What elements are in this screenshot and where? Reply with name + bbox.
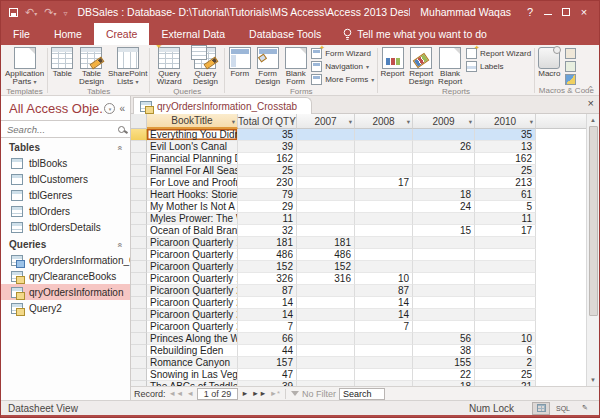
query-design-button[interactable]: Query Design <box>187 46 223 87</box>
filter-status[interactable]: No Filter <box>302 389 336 399</box>
row-selector[interactable] <box>131 285 147 297</box>
cell[interactable]: Everything You Didn't K <box>147 129 238 141</box>
cell[interactable] <box>297 357 355 369</box>
undo-button[interactable]: ↶▾ <box>25 6 37 18</box>
cell[interactable]: 152 <box>238 261 297 273</box>
cell[interactable] <box>355 141 413 153</box>
cell[interactable]: Picaroon Quarterly 1.1 <box>147 237 238 249</box>
row-selector[interactable] <box>131 189 147 201</box>
cell[interactable] <box>297 333 355 345</box>
column-dropdown-icon[interactable]: ▾ <box>232 118 235 126</box>
nav-search-input[interactable] <box>7 124 118 135</box>
report-design-button[interactable]: Report Design <box>406 46 436 87</box>
cell[interactable]: Picaroon Quarterly 2.4 <box>147 321 238 333</box>
cell[interactable] <box>475 261 536 273</box>
last-record-icon[interactable]: ►► <box>252 389 267 398</box>
minimize-button[interactable] <box>539 6 557 18</box>
nav-item-tblordersdetails[interactable]: tblOrdersDetails <box>1 219 130 235</box>
cell[interactable]: 87 <box>238 285 297 297</box>
cell[interactable] <box>297 177 355 189</box>
cell[interactable] <box>475 297 536 309</box>
vertical-scrollbar[interactable]: ▲ ▼ <box>586 114 599 386</box>
report-button[interactable]: Report <box>379 46 406 78</box>
class-module-button[interactable] <box>563 60 578 73</box>
nav-group-header-queries[interactable]: Queries« <box>1 235 130 252</box>
row-selector[interactable] <box>131 141 147 153</box>
cell[interactable] <box>355 357 413 369</box>
cell[interactable] <box>355 189 413 201</box>
cell[interactable]: 10 <box>475 333 536 345</box>
cell[interactable] <box>355 153 413 165</box>
column-header-2007[interactable]: 2007▾ <box>297 114 355 129</box>
query-wizard-button[interactable]: Query Wizard <box>151 46 187 87</box>
cell[interactable]: 162 <box>475 153 536 165</box>
cell[interactable] <box>355 201 413 213</box>
cell[interactable]: 5 <box>475 201 536 213</box>
cell[interactable]: 157 <box>238 357 297 369</box>
cell[interactable]: Picaroon Quarterly 2.2 <box>147 297 238 309</box>
help-button[interactable]: ? <box>521 6 539 18</box>
column-dropdown-icon[interactable]: ▾ <box>291 118 294 126</box>
design-view-button[interactable]: ✎ <box>576 402 594 415</box>
collapse-group-icon[interactable]: « <box>114 145 124 150</box>
cell[interactable] <box>413 153 475 165</box>
nav-item-query2[interactable]: Query2 <box>1 300 130 316</box>
cell[interactable]: 7 <box>355 321 413 333</box>
shutter-bar-close-icon[interactable]: « <box>119 103 125 114</box>
record-search-input[interactable] <box>339 388 385 400</box>
cell[interactable] <box>297 201 355 213</box>
cell[interactable] <box>475 309 536 321</box>
row-selector[interactable] <box>131 225 147 237</box>
cell[interactable]: 56 <box>413 333 475 345</box>
cell[interactable] <box>355 213 413 225</box>
cell[interactable] <box>355 165 413 177</box>
tab-external-data[interactable]: External Data <box>149 23 237 45</box>
cell[interactable]: Evil Loon's Canal <box>147 141 238 153</box>
cell[interactable]: 11 <box>475 213 536 225</box>
column-header-total-of-qty[interactable]: Total Of QTY▾ <box>238 114 297 129</box>
cell[interactable] <box>413 261 475 273</box>
cell[interactable]: 14 <box>238 309 297 321</box>
cell[interactable] <box>475 237 536 249</box>
close-button[interactable]: × <box>575 6 593 18</box>
cell[interactable]: 152 <box>297 261 355 273</box>
maximize-button[interactable] <box>557 6 575 18</box>
cell[interactable] <box>413 285 475 297</box>
sql-view-button[interactable]: SQL <box>554 402 572 415</box>
cell[interactable]: Rebuilding Eden <box>147 345 238 357</box>
cell[interactable]: Picaroon Quarterly 1.3 <box>147 261 238 273</box>
row-selector[interactable] <box>131 345 147 357</box>
column-dropdown-icon[interactable]: ▾ <box>530 118 533 126</box>
cell[interactable]: Princes Along the Watc <box>147 333 238 345</box>
sharepoint-lists-button[interactable]: SharePoint Lists ▾ <box>107 46 148 87</box>
visual-basic-button[interactable] <box>563 73 578 86</box>
macro-button[interactable]: Macro <box>536 46 563 78</box>
row-selector[interactable] <box>131 153 147 165</box>
search-icon[interactable] <box>118 126 125 133</box>
cell[interactable]: Romance Canyon <box>147 357 238 369</box>
cell[interactable]: Heart Hooks: Stories fo <box>147 189 238 201</box>
cell[interactable]: 486 <box>297 249 355 261</box>
cell[interactable]: 32 <box>238 225 297 237</box>
navigation-button[interactable]: Navigation▾ <box>309 60 376 73</box>
cell[interactable] <box>413 309 475 321</box>
cell[interactable]: 25 <box>475 369 536 381</box>
cell[interactable] <box>413 165 475 177</box>
row-selector[interactable] <box>131 213 147 225</box>
cell[interactable] <box>297 321 355 333</box>
cell[interactable]: 6 <box>475 345 536 357</box>
cell[interactable]: 13 <box>475 141 536 153</box>
cell[interactable]: 15 <box>413 225 475 237</box>
cell[interactable] <box>413 297 475 309</box>
cell[interactable] <box>297 153 355 165</box>
record-position[interactable]: 1 of 29 <box>197 388 239 400</box>
column-header-2010[interactable]: 2010▾ <box>475 114 536 129</box>
cell[interactable]: Picaroon Quarterly 2.3 <box>147 309 238 321</box>
labels-button[interactable]: Labels <box>464 60 533 73</box>
cell[interactable]: 316 <box>297 273 355 285</box>
cell[interactable]: 44 <box>238 345 297 357</box>
document-tab[interactable]: qryOrdersInformation_Crosstab <box>133 97 312 114</box>
form-button[interactable]: Form <box>226 46 253 78</box>
cell[interactable]: 25 <box>475 165 536 177</box>
cell[interactable] <box>413 273 475 285</box>
